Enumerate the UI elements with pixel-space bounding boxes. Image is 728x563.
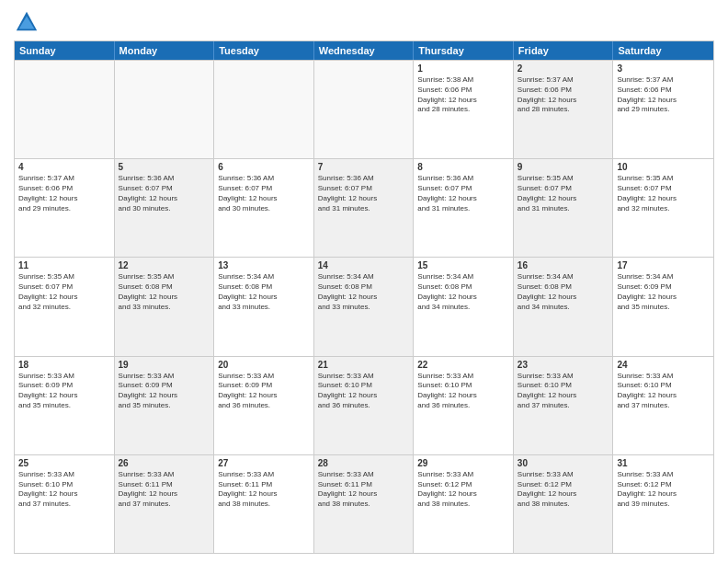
calendar-day-24: 24Sunrise: 5:33 AM Sunset: 6:10 PM Dayli…	[613, 357, 713, 454]
calendar-day-3: 3Sunrise: 5:37 AM Sunset: 6:06 PM Daylig…	[613, 61, 713, 158]
day-number: 30	[518, 458, 609, 468]
day-info: Sunrise: 5:34 AM Sunset: 6:08 PM Dayligh…	[318, 272, 410, 312]
logo-icon	[14, 9, 40, 35]
calendar-day-20: 20Sunrise: 5:33 AM Sunset: 6:09 PM Dayli…	[214, 357, 314, 454]
day-number: 21	[318, 360, 410, 370]
calendar-day-22: 22Sunrise: 5:33 AM Sunset: 6:10 PM Dayli…	[414, 357, 514, 454]
day-number: 20	[218, 360, 310, 370]
day-number: 2	[518, 63, 609, 74]
day-number: 5	[119, 162, 210, 172]
day-number: 27	[218, 458, 310, 468]
calendar-body: 1Sunrise: 5:38 AM Sunset: 6:06 PM Daylig…	[15, 60, 713, 553]
week-row-2: 4Sunrise: 5:37 AM Sunset: 6:06 PM Daylig…	[15, 158, 713, 257]
day-info: Sunrise: 5:37 AM Sunset: 6:06 PM Dayligh…	[617, 75, 710, 115]
day-number: 31	[617, 458, 710, 468]
calendar-day-31: 31Sunrise: 5:33 AM Sunset: 6:12 PM Dayli…	[613, 455, 713, 553]
header-day-sunday: Sunday	[15, 41, 115, 60]
day-number: 24	[617, 360, 710, 370]
day-number: 13	[218, 260, 310, 270]
day-number: 14	[318, 260, 410, 270]
calendar-day-6: 6Sunrise: 5:36 AM Sunset: 6:07 PM Daylig…	[214, 159, 314, 257]
day-number: 25	[18, 458, 110, 468]
day-info: Sunrise: 5:33 AM Sunset: 6:10 PM Dayligh…	[617, 372, 710, 411]
header-day-saturday: Saturday	[613, 41, 713, 60]
day-info: Sunrise: 5:33 AM Sunset: 6:10 PM Dayligh…	[518, 372, 609, 411]
day-number: 17	[617, 260, 710, 270]
day-number: 8	[417, 162, 509, 172]
calendar-day-21: 21Sunrise: 5:33 AM Sunset: 6:10 PM Dayli…	[314, 357, 415, 454]
logo	[14, 9, 43, 35]
header-day-monday: Monday	[115, 41, 215, 60]
calendar-day-26: 26Sunrise: 5:33 AM Sunset: 6:11 PM Dayli…	[115, 455, 215, 553]
day-number: 10	[617, 162, 710, 172]
day-info: Sunrise: 5:33 AM Sunset: 6:09 PM Dayligh…	[18, 372, 110, 411]
day-info: Sunrise: 5:38 AM Sunset: 6:06 PM Dayligh…	[417, 75, 509, 115]
day-info: Sunrise: 5:35 AM Sunset: 6:08 PM Dayligh…	[119, 272, 210, 312]
calendar-day-5: 5Sunrise: 5:36 AM Sunset: 6:07 PM Daylig…	[115, 159, 215, 257]
day-number: 1	[417, 63, 509, 74]
calendar-day-25: 25Sunrise: 5:33 AM Sunset: 6:10 PM Dayli…	[15, 455, 115, 553]
day-info: Sunrise: 5:35 AM Sunset: 6:07 PM Dayligh…	[617, 174, 710, 213]
day-info: Sunrise: 5:33 AM Sunset: 6:12 PM Dayligh…	[518, 470, 609, 510]
calendar-day-12: 12Sunrise: 5:35 AM Sunset: 6:08 PM Dayli…	[115, 258, 215, 355]
header	[14, 9, 714, 35]
day-number: 15	[417, 260, 509, 270]
header-day-thursday: Thursday	[414, 41, 514, 60]
header-day-wednesday: Wednesday	[314, 41, 415, 60]
day-number: 18	[18, 360, 110, 370]
day-info: Sunrise: 5:33 AM Sunset: 6:11 PM Dayligh…	[119, 470, 210, 510]
day-number: 19	[119, 360, 210, 370]
day-info: Sunrise: 5:34 AM Sunset: 6:08 PM Dayligh…	[518, 272, 609, 312]
day-info: Sunrise: 5:36 AM Sunset: 6:07 PM Dayligh…	[318, 174, 410, 213]
calendar-day-23: 23Sunrise: 5:33 AM Sunset: 6:10 PM Dayli…	[514, 357, 614, 454]
day-info: Sunrise: 5:34 AM Sunset: 6:09 PM Dayligh…	[617, 272, 710, 312]
day-info: Sunrise: 5:36 AM Sunset: 6:07 PM Dayligh…	[417, 174, 509, 213]
calendar-day-16: 16Sunrise: 5:34 AM Sunset: 6:08 PM Dayli…	[514, 258, 614, 355]
day-number: 23	[518, 360, 609, 370]
calendar-day-9: 9Sunrise: 5:35 AM Sunset: 6:07 PM Daylig…	[514, 159, 614, 257]
empty-cell	[214, 61, 314, 158]
day-number: 4	[18, 162, 110, 172]
day-info: Sunrise: 5:33 AM Sunset: 6:10 PM Dayligh…	[18, 470, 110, 510]
day-info: Sunrise: 5:35 AM Sunset: 6:07 PM Dayligh…	[518, 174, 609, 213]
calendar-day-27: 27Sunrise: 5:33 AM Sunset: 6:11 PM Dayli…	[214, 455, 314, 553]
day-info: Sunrise: 5:33 AM Sunset: 6:11 PM Dayligh…	[318, 470, 410, 510]
calendar: SundayMondayTuesdayWednesdayThursdayFrid…	[14, 40, 714, 554]
day-info: Sunrise: 5:37 AM Sunset: 6:06 PM Dayligh…	[518, 75, 609, 115]
calendar-header: SundayMondayTuesdayWednesdayThursdayFrid…	[15, 41, 713, 60]
calendar-day-15: 15Sunrise: 5:34 AM Sunset: 6:08 PM Dayli…	[414, 258, 514, 355]
day-info: Sunrise: 5:36 AM Sunset: 6:07 PM Dayligh…	[218, 174, 310, 213]
day-number: 6	[218, 162, 310, 172]
calendar-day-8: 8Sunrise: 5:36 AM Sunset: 6:07 PM Daylig…	[414, 159, 514, 257]
day-info: Sunrise: 5:33 AM Sunset: 6:12 PM Dayligh…	[617, 470, 710, 510]
day-number: 16	[518, 260, 609, 270]
empty-cell	[314, 61, 415, 158]
day-info: Sunrise: 5:33 AM Sunset: 6:09 PM Dayligh…	[218, 372, 310, 411]
calendar-day-4: 4Sunrise: 5:37 AM Sunset: 6:06 PM Daylig…	[15, 159, 115, 257]
day-info: Sunrise: 5:34 AM Sunset: 6:08 PM Dayligh…	[417, 272, 509, 312]
calendar-day-7: 7Sunrise: 5:36 AM Sunset: 6:07 PM Daylig…	[314, 159, 415, 257]
calendar-day-1: 1Sunrise: 5:38 AM Sunset: 6:06 PM Daylig…	[414, 61, 514, 158]
day-info: Sunrise: 5:37 AM Sunset: 6:06 PM Dayligh…	[18, 174, 110, 213]
day-info: Sunrise: 5:34 AM Sunset: 6:08 PM Dayligh…	[218, 272, 310, 312]
header-day-tuesday: Tuesday	[214, 41, 314, 60]
week-row-3: 11Sunrise: 5:35 AM Sunset: 6:07 PM Dayli…	[15, 257, 713, 355]
calendar-day-28: 28Sunrise: 5:33 AM Sunset: 6:11 PM Dayli…	[314, 455, 415, 553]
empty-cell	[15, 61, 115, 158]
day-number: 28	[318, 458, 410, 468]
day-info: Sunrise: 5:33 AM Sunset: 6:12 PM Dayligh…	[417, 470, 509, 510]
week-row-4: 18Sunrise: 5:33 AM Sunset: 6:09 PM Dayli…	[15, 356, 713, 454]
day-number: 26	[119, 458, 210, 468]
week-row-5: 25Sunrise: 5:33 AM Sunset: 6:10 PM Dayli…	[15, 454, 713, 553]
calendar-day-11: 11Sunrise: 5:35 AM Sunset: 6:07 PM Dayli…	[15, 258, 115, 355]
week-row-1: 1Sunrise: 5:38 AM Sunset: 6:06 PM Daylig…	[15, 60, 713, 158]
day-info: Sunrise: 5:33 AM Sunset: 6:10 PM Dayligh…	[318, 372, 410, 411]
day-info: Sunrise: 5:33 AM Sunset: 6:09 PM Dayligh…	[119, 372, 210, 411]
day-number: 7	[318, 162, 410, 172]
empty-cell	[115, 61, 215, 158]
calendar-day-14: 14Sunrise: 5:34 AM Sunset: 6:08 PM Dayli…	[314, 258, 415, 355]
page: SundayMondayTuesdayWednesdayThursdayFrid…	[0, 0, 728, 563]
day-number: 29	[417, 458, 509, 468]
calendar-day-30: 30Sunrise: 5:33 AM Sunset: 6:12 PM Dayli…	[514, 455, 614, 553]
calendar-day-19: 19Sunrise: 5:33 AM Sunset: 6:09 PM Dayli…	[115, 357, 215, 454]
